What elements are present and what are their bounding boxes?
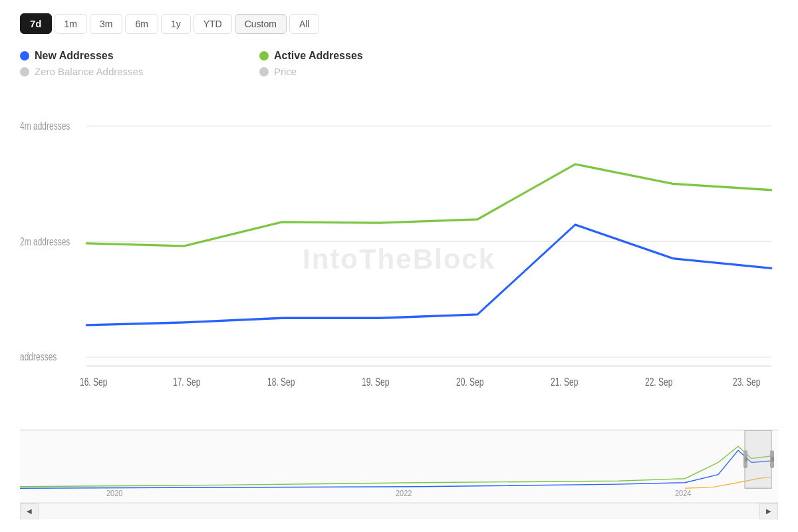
- x-label-sep20: 20. Sep: [456, 376, 483, 388]
- legend-dot-active-addresses: [259, 51, 269, 61]
- x-label-sep19: 19. Sep: [362, 376, 389, 388]
- scroll-track[interactable]: [39, 503, 759, 519]
- btn-ytd[interactable]: YTD: [194, 14, 232, 34]
- legend-zero-balance[interactable]: Zero Balance Addresses: [20, 66, 246, 77]
- btn-1y[interactable]: 1y: [161, 14, 191, 34]
- mini-x-2022: 2022: [396, 488, 412, 498]
- new-addresses-line: [86, 225, 771, 325]
- btn-3m[interactable]: 3m: [90, 14, 122, 34]
- btn-6m[interactable]: 6m: [125, 14, 158, 34]
- btn-all[interactable]: All: [289, 14, 320, 34]
- chart-legend: New Addresses Active Addresses Zero Bala…: [20, 50, 485, 77]
- x-label-sep18: 18. Sep: [267, 376, 295, 388]
- scroll-right-arrow[interactable]: ▶: [759, 503, 778, 519]
- legend-label-zero-balance: Zero Balance Addresses: [35, 66, 143, 77]
- legend-label-price: Price: [274, 66, 297, 77]
- scroll-left-arrow[interactable]: ◀: [20, 503, 39, 519]
- btn-7d[interactable]: 7d: [20, 13, 52, 34]
- x-label-sep17: 17. Sep: [173, 376, 200, 388]
- legend-new-addresses[interactable]: New Addresses: [20, 50, 246, 62]
- legend-dot-zero-balance: [20, 67, 29, 76]
- btn-1m[interactable]: 1m: [55, 14, 87, 34]
- app-container: 7d 1m 3m 6m 1y YTD Custom All New Addres…: [0, 0, 798, 532]
- svg-rect-7: [745, 430, 771, 488]
- time-range-selector: 7d 1m 3m 6m 1y YTD Custom All: [20, 13, 778, 34]
- chart-wrapper: IntoTheBlock 4m addresses 2m addresses a…: [20, 90, 778, 519]
- x-label-sep22: 22. Sep: [645, 376, 672, 388]
- legend-active-addresses[interactable]: Active Addresses: [259, 50, 485, 62]
- mini-x-2020: 2020: [106, 488, 123, 498]
- y-label-0: addresses: [20, 351, 57, 363]
- mini-chart: 2020 2022 2024: [20, 430, 778, 503]
- legend-dot-new-addresses: [20, 51, 29, 61]
- legend-price[interactable]: Price: [259, 66, 485, 77]
- y-label-4m: 4m addresses: [20, 120, 70, 132]
- legend-dot-price: [259, 67, 269, 76]
- btn-custom[interactable]: Custom: [235, 14, 287, 34]
- x-label-sep23: 23. Sep: [733, 376, 760, 388]
- mini-x-2024: 2024: [675, 488, 692, 498]
- x-label-sep21: 21. Sep: [551, 376, 578, 388]
- x-label-sep16: 16. Sep: [80, 376, 107, 388]
- active-addresses-line: [86, 164, 771, 246]
- legend-label-new-addresses: New Addresses: [35, 50, 114, 62]
- scrollbar[interactable]: ◀ ▶: [20, 503, 778, 519]
- legend-label-active-addresses: Active Addresses: [274, 50, 363, 62]
- main-chart-svg: 4m addresses 2m addresses addresses 16. …: [20, 90, 778, 428]
- mini-chart-svg: 2020 2022 2024: [20, 430, 778, 503]
- y-label-2m: 2m addresses: [20, 235, 70, 247]
- main-chart: IntoTheBlock 4m addresses 2m addresses a…: [20, 90, 778, 428]
